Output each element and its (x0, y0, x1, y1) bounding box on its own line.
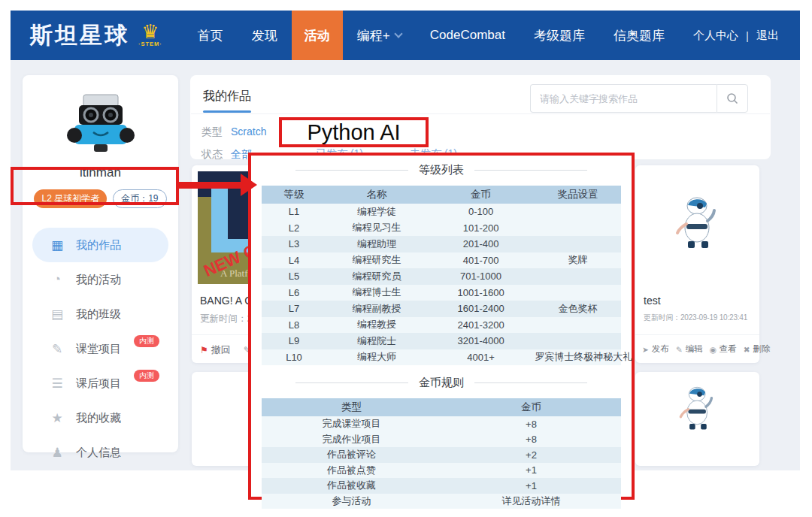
tab-active-underline (203, 110, 251, 113)
level-table-row: L3 编程助理 201-400 (262, 236, 621, 252)
coins-cell: 101-200 (427, 222, 535, 234)
nav-item[interactable]: 首页 (183, 11, 238, 60)
level-table-row: L2 编程见习生 101-200 (262, 220, 621, 237)
coin-table-row: 作品被收藏 +1 (262, 478, 621, 494)
search-input[interactable] (530, 84, 717, 113)
top-navbar: 斯坦星球 ♛ ·STEM· 首页 发现 活动 编程+ (11, 11, 800, 60)
action-icon: ➤ (642, 345, 649, 354)
action-icon: ✎ (676, 345, 683, 354)
sidebar-menu-item[interactable]: ▦ 我的作品 (32, 228, 168, 262)
menu-item-icon: ★ (50, 410, 65, 426)
name-cell: 编程博士生 (326, 286, 427, 299)
rule-type-cell: 完成课堂项目 (262, 417, 441, 431)
menu-item-label: 我的班级 (76, 307, 121, 322)
prize-cell: 金色奖杯 (535, 302, 621, 316)
work-action-button[interactable]: ◉ 查看 (710, 343, 737, 355)
level-list-title: 等级列表 (419, 163, 464, 177)
menu-item-label: 我的作品 (76, 238, 121, 252)
sidebar-menu-item[interactable]: ♟ 个人信息 (23, 435, 178, 470)
nav-item[interactable]: 发现 (238, 11, 292, 60)
level-cell: L4 (262, 255, 326, 266)
level-table-row: L7 编程副教授 1601-2400 金色奖杯 (262, 301, 621, 317)
annotation-level-badge-box (11, 167, 179, 205)
level-table-row: L1 编程学徒 0-100 (262, 204, 621, 220)
tab-my-works[interactable]: 我的作品 (203, 89, 251, 104)
work-thumbnail[interactable] (635, 372, 759, 432)
coin-rules-title-row: 金币规则 (251, 376, 632, 390)
name-cell: 编程副教授 (326, 302, 427, 316)
search-button[interactable] (717, 84, 748, 113)
coin-table-body: 完成课堂项目 +8 完成作业项目 +8 作品被评论 +2 作品被点赞 +1 作品… (262, 416, 621, 509)
sidebar-menu-item[interactable]: ☰ 课后项目 内测 (23, 366, 178, 401)
logo: 斯坦星球 ♛ ·STEM· (11, 20, 162, 51)
menu-item-icon: ◔ (50, 272, 65, 287)
crown-icon: ♛ ·STEM· (138, 23, 162, 47)
user-center-link[interactable]: 个人中心 (693, 29, 738, 43)
beta-badge: 内测 (134, 335, 159, 347)
coins-cell: 3201-4000 (427, 335, 535, 346)
avatar (23, 75, 178, 159)
level-table-header: 等级名称金币奖品设置 (262, 186, 621, 204)
coin-table-header-cell: 类型 (262, 401, 441, 414)
menu-item-icon: ▤ (50, 307, 65, 322)
nav-item[interactable]: 信奥题库 (599, 11, 679, 60)
level-table-row: L6 编程博士生 1001-1600 (262, 285, 621, 301)
type-filter-label: 类型 (201, 125, 223, 139)
prize-cell: 奖牌 (535, 253, 621, 267)
status-filter-label: 状态 (201, 148, 223, 162)
level-cell: L9 (262, 335, 326, 346)
beta-badge: 内测 (134, 370, 159, 382)
level-cell: L7 (262, 303, 326, 314)
level-table-header-cell: 名称 (326, 188, 427, 201)
level-table-row: L10 编程大师 4001+ 罗宾博士终极神秘大礼 (262, 349, 621, 366)
work-action-button[interactable]: ⚑ 撤回 (200, 343, 231, 357)
work-card-test[interactable]: test 更新时间：2023-09-19 10:23:41 ➤ 发布 ✎ 编辑 … (635, 165, 759, 363)
sidebar-menu: ▦ 我的作品 ◔ 我的活动 ▤ 我的班级 ✎ 课堂项目 内测 ☰ (23, 228, 178, 470)
annotation-arrow (179, 182, 242, 189)
rule-coins-cell: 详见活动详情 (441, 494, 621, 508)
level-rules-overlay: 等级列表 等级名称金币奖品设置 L1 编程学徒 0-100 L2 编程见习生 1… (248, 153, 635, 500)
sidebar-menu-item[interactable]: ★ 我的收藏 (23, 401, 178, 435)
rule-type-cell: 作品被评论 (262, 448, 441, 461)
logout-link[interactable]: 退出 (756, 29, 779, 43)
work-action-button[interactable]: ➤ 发布 (642, 343, 669, 355)
coins-cell: 701-1000 (427, 271, 535, 282)
sidebar-menu-item[interactable]: ▤ 我的班级 (23, 297, 178, 331)
work-updated-time: 更新时间：2023-09-19 10:23:41 (644, 313, 747, 323)
sidebar-menu-item[interactable]: ✎ 课堂项目 内测 (23, 331, 178, 366)
type-filter-scratch[interactable]: Scratch (231, 125, 266, 138)
level-table-row: L9 编程院士 3201-4000 (262, 333, 621, 349)
nav-divider: | (746, 29, 749, 42)
rule-coins-cell: +2 (441, 449, 621, 461)
name-cell: 编程院士 (326, 334, 427, 348)
menu-item-label: 我的活动 (76, 273, 121, 287)
work-card-actions: ➤ 发布 ✎ 编辑 ◉ 查看 ✖ 删除 (642, 343, 771, 355)
search-bar (530, 84, 748, 113)
name-cell: 编程研究员 (326, 270, 427, 283)
nav-item[interactable]: 考级题库 (520, 11, 599, 60)
coin-table-header-cell: 金币 (441, 401, 621, 414)
level-table-header-cell: 金币 (427, 188, 535, 201)
level-table: 等级名称金币奖品设置 L1 编程学徒 0-100 L2 编程见习生 101-20… (262, 186, 621, 365)
rule-coins-cell: +1 (441, 464, 621, 476)
nav-item[interactable]: CodeCombat (416, 11, 520, 60)
level-table-row: L8 编程教授 2401-3200 (262, 317, 621, 334)
rule-type-cell: 作品被点赞 (262, 464, 441, 477)
level-cell: L3 (262, 238, 326, 249)
rule-coins-cell: +8 (441, 419, 621, 430)
coins-cell: 4001+ (427, 352, 535, 363)
work-action-button[interactable]: ✖ 删除 (744, 343, 771, 355)
nav-item[interactable]: 编程+ (343, 11, 416, 60)
menu-item-label: 我的收藏 (76, 411, 121, 425)
coins-cell: 1001-1600 (427, 287, 535, 298)
sidebar-menu-item[interactable]: ◔ 我的活动 (23, 262, 178, 297)
tab-divider (191, 113, 770, 114)
work-action-button[interactable]: ✎ 编辑 (676, 343, 703, 355)
name-cell: 编程研究生 (326, 253, 427, 267)
level-cell: L6 (262, 287, 326, 298)
coin-table-row: 作品被点赞 +1 (262, 463, 621, 479)
level-cell: L10 (262, 352, 326, 363)
work-thumbnail[interactable] (635, 165, 759, 251)
work-card-partial[interactable] (635, 372, 759, 466)
nav-item[interactable]: 活动 (292, 11, 343, 60)
